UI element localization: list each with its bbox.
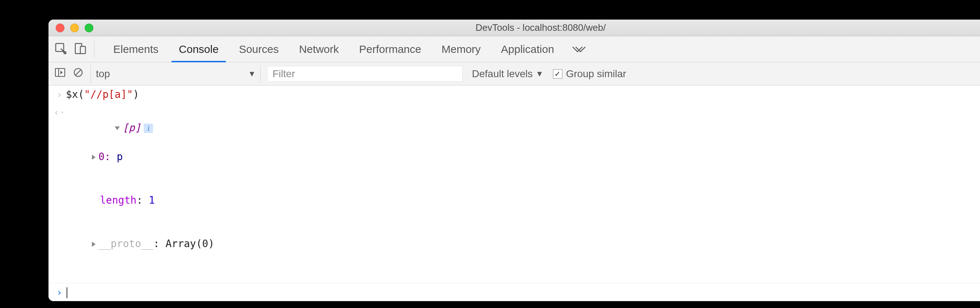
prompt-past-icon: › bbox=[54, 88, 64, 100]
titlebar: DevTools - localhost:8080/web/ bbox=[48, 19, 980, 36]
more-tabs-button[interactable] bbox=[564, 45, 593, 54]
console-toolbar: top ▼ Default levels ▼ ✓ Group similar bbox=[48, 62, 980, 86]
result-indicator-icon: ‹· bbox=[54, 106, 64, 118]
log-levels-select[interactable]: Default levels ▼ bbox=[469, 68, 546, 80]
filter-input[interactable] bbox=[267, 66, 463, 82]
context-value: top bbox=[96, 68, 110, 80]
array-prop-length[interactable]: length: 1 bbox=[66, 193, 214, 207]
console-result: ‹· [p]i 0: p length: 1 __proto__: Array(… bbox=[48, 103, 980, 283]
tab-elements[interactable]: Elements bbox=[103, 36, 169, 62]
tab-memory[interactable]: Memory bbox=[431, 36, 491, 62]
caret-down-icon: ▼ bbox=[536, 69, 544, 79]
svg-rect-6 bbox=[56, 69, 65, 77]
array-prop-proto[interactable]: __proto__: Array(0) bbox=[66, 237, 214, 251]
prompt-live-icon: › bbox=[54, 286, 64, 298]
tab-performance[interactable]: Performance bbox=[349, 36, 431, 62]
tabs: ElementsConsoleSourcesNetworkPerformance… bbox=[103, 36, 564, 62]
tab-application[interactable]: Application bbox=[491, 36, 564, 62]
checkbox-checked-icon: ✓ bbox=[553, 69, 562, 79]
levels-label: Default levels bbox=[472, 68, 533, 80]
execution-context-select[interactable]: top ▼ bbox=[91, 65, 261, 83]
svg-rect-2 bbox=[80, 46, 85, 54]
clear-console-icon[interactable] bbox=[72, 67, 84, 81]
svg-line-9 bbox=[75, 70, 81, 75]
device-toolbar-icon[interactable] bbox=[74, 42, 87, 56]
caret-down-icon: ▼ bbox=[248, 69, 256, 79]
text-cursor bbox=[67, 287, 67, 298]
console-body: › $x("//p[a]") ‹· [p]i 0: p length: 1 __… bbox=[48, 86, 980, 301]
array-entry-0[interactable]: 0: p bbox=[66, 150, 214, 164]
window-title: DevTools - localhost:8080/web/ bbox=[48, 22, 980, 34]
tab-network[interactable]: Network bbox=[289, 36, 349, 62]
console-live-prompt[interactable]: › bbox=[48, 283, 980, 301]
tab-console[interactable]: Console bbox=[169, 36, 229, 62]
input-expression[interactable]: $x("//p[a]") bbox=[64, 88, 139, 101]
tab-sources[interactable]: Sources bbox=[229, 36, 289, 62]
devtools-window: DevTools - localhost:8080/web/ ElementsC… bbox=[48, 19, 980, 301]
array-expander[interactable]: [p]i bbox=[115, 122, 153, 134]
group-similar-toggle[interactable]: ✓ Group similar bbox=[553, 68, 626, 80]
tabstrip: ElementsConsoleSourcesNetworkPerformance… bbox=[48, 36, 980, 62]
info-icon[interactable]: i bbox=[144, 124, 153, 133]
console-past-input: › $x("//p[a]") bbox=[48, 86, 980, 103]
toggle-sidebar-icon[interactable] bbox=[54, 67, 66, 81]
group-similar-label: Group similar bbox=[566, 68, 626, 80]
inspect-element-icon[interactable] bbox=[54, 42, 67, 56]
